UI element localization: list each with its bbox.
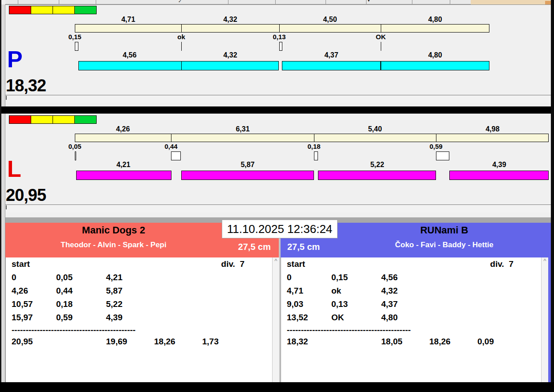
run-bar-segment bbox=[181, 171, 314, 180]
run-time-label: 5,22 bbox=[370, 161, 384, 169]
results-table-left: startdiv. 700,054,214,260,445,8710,570,1… bbox=[5, 257, 279, 382]
cell-value: 9,03 bbox=[287, 299, 331, 313]
cell-value: OK bbox=[331, 313, 381, 326]
status-square-yellow2 bbox=[53, 6, 75, 14]
scroll-up-icon[interactable]: ^ bbox=[542, 258, 548, 263]
team-dogs: Theodor - Alvin - Spark - Pepi bbox=[5, 241, 222, 249]
team-name: RUNami B bbox=[338, 225, 551, 236]
lane-separator bbox=[1, 106, 551, 114]
run-bar-segment bbox=[282, 61, 381, 70]
summary-value: 1,73 bbox=[202, 337, 270, 350]
lane-letter: P bbox=[7, 48, 23, 71]
split-bar-divider bbox=[279, 24, 280, 32]
status-square-yellow bbox=[31, 115, 53, 124]
run-bar-segment bbox=[76, 171, 171, 180]
cell-value: 0 bbox=[12, 273, 56, 286]
table-row: 9,030,134,37 bbox=[287, 299, 539, 313]
changeover-label: OK bbox=[376, 33, 386, 41]
toolbar-separator bbox=[96, 0, 96, 4]
toolbar-strip[interactable]: ✓▼ bbox=[5, 0, 471, 4]
changeover-label: 0,15 bbox=[68, 33, 81, 41]
lane-total-time: 18,32 bbox=[6, 76, 46, 95]
segment-time-label: 5,40 bbox=[368, 125, 382, 133]
toolbar-separator bbox=[275, 0, 276, 4]
start-label: start bbox=[287, 259, 331, 273]
check-icon[interactable]: ✓ bbox=[178, 0, 182, 4]
summary-value: 18,05 bbox=[381, 337, 429, 350]
table-summary-row: 18,3218,0518,260,09 bbox=[287, 337, 539, 350]
lane-panel-p: 4,710,154,564,32ok4,324,500,134,374,80OK… bbox=[0, 5, 554, 106]
results-table-right: startdiv. 700,154,564,71ok4,329,030,134,… bbox=[281, 257, 551, 382]
toolbar-separator bbox=[450, 0, 450, 4]
changeover-box bbox=[171, 151, 181, 160]
run-time-label: 4,56 bbox=[122, 51, 136, 59]
scrollbar[interactable]: ^ bbox=[272, 257, 279, 382]
toolbar-separator bbox=[18, 0, 18, 4]
changeover-label: 0,18 bbox=[307, 143, 320, 150]
cell-value: 0,44 bbox=[56, 286, 106, 299]
bottom-bar bbox=[0, 382, 554, 392]
lane-total-time: 20,95 bbox=[6, 186, 46, 205]
table-dashed-divider: ----------------------------------------… bbox=[287, 325, 411, 335]
changeover-label: 0,44 bbox=[164, 143, 177, 150]
segment-time-label: 4,98 bbox=[485, 125, 499, 133]
toolbar-separator bbox=[366, 0, 367, 4]
division-label: div. 7 bbox=[221, 259, 244, 269]
summary-value: 19,69 bbox=[106, 337, 154, 350]
run-bar-segment bbox=[181, 61, 279, 70]
table-row: 10,570,185,22 bbox=[12, 299, 270, 313]
changeover-box bbox=[75, 151, 76, 160]
split-total-bar bbox=[75, 134, 549, 142]
cell-value: 0,13 bbox=[331, 299, 381, 313]
changeover-label: 0,13 bbox=[273, 33, 285, 41]
table-header-row: startdiv. 7 bbox=[12, 259, 270, 273]
table-row: 13,52OK4,80 bbox=[287, 313, 539, 326]
cell-value: 4,39 bbox=[106, 313, 154, 326]
split-total-bar bbox=[75, 24, 489, 33]
status-square-red bbox=[9, 6, 31, 14]
changeover-label: 0,05 bbox=[68, 143, 81, 150]
scrollbar[interactable]: ^ bbox=[541, 257, 548, 382]
changeover-box bbox=[436, 151, 449, 160]
status-square-yellow2 bbox=[53, 115, 75, 124]
lane-letter: L bbox=[7, 157, 21, 180]
run-bar-segment bbox=[318, 171, 436, 180]
split-bar-divider bbox=[181, 24, 182, 32]
toolbar-separator bbox=[412, 0, 412, 4]
table-row: 4,71ok4,32 bbox=[287, 286, 539, 299]
jump-height: 27,5 cm bbox=[287, 242, 320, 252]
table-dashed-divider: ----------------------------------------… bbox=[12, 325, 135, 335]
run-time-label: 4,32 bbox=[223, 51, 237, 59]
team-name: Manic Dogs 2 bbox=[5, 225, 222, 236]
table-row: 4,260,445,87 bbox=[12, 286, 270, 299]
status-square-green bbox=[74, 115, 97, 124]
table-header-row: startdiv. 7 bbox=[287, 259, 539, 273]
toolbar-separator bbox=[228, 0, 228, 4]
table-row: 00,054,21 bbox=[12, 273, 270, 286]
run-time-label: 4,80 bbox=[428, 51, 442, 59]
run-bar-segment bbox=[449, 171, 549, 180]
cell-value: 4,21 bbox=[106, 273, 154, 286]
status-square-red bbox=[9, 115, 31, 124]
summary-total: 20,95 bbox=[12, 337, 56, 350]
cell-value: 4,37 bbox=[381, 299, 429, 313]
jump-height: 27,5 cm bbox=[238, 242, 271, 252]
segment-time-label: 4,71 bbox=[121, 16, 135, 24]
status-square-green bbox=[74, 6, 97, 14]
table-summary-row: 20,9519,6918,261,73 bbox=[12, 337, 270, 350]
cell-value: 13,52 bbox=[287, 313, 331, 326]
scroll-up-icon[interactable]: ^ bbox=[273, 258, 279, 263]
run-bar-segment bbox=[78, 61, 182, 70]
cell-value: 10,57 bbox=[12, 299, 56, 313]
segment-time-label: 4,26 bbox=[116, 125, 130, 133]
cell-value: 15,97 bbox=[12, 313, 56, 326]
cell-value: 4,71 bbox=[287, 286, 331, 299]
segment-time-label: 4,80 bbox=[428, 16, 442, 24]
timestamp: 11.10.2025 12:36:24 bbox=[222, 220, 338, 238]
split-bar-divider bbox=[381, 24, 381, 32]
dropdown-arrow-icon[interactable]: ▼ bbox=[367, 0, 371, 3]
cell-value: 5,87 bbox=[106, 286, 154, 299]
status-square-yellow bbox=[31, 6, 53, 14]
changeover-label: ok bbox=[177, 33, 185, 41]
lane-status-strip bbox=[5, 205, 551, 212]
